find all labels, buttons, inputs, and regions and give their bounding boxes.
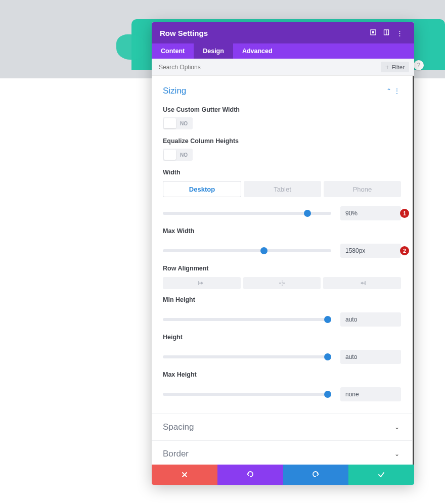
tab-design[interactable]: Design — [194, 43, 233, 59]
min-height-slider-row — [163, 312, 401, 327]
max-height-input[interactable] — [340, 387, 401, 401]
equalize-heights-label: Equalize Column Heights — [163, 138, 401, 145]
gutter-width-toggle[interactable]: NO — [163, 117, 193, 129]
tab-advanced[interactable]: Advanced — [233, 43, 282, 59]
tab-content[interactable]: Content — [152, 43, 194, 59]
section-border: Border ⌄ — [152, 441, 412, 465]
annotation-badge-2: 2 — [400, 246, 409, 255]
section-spacing: Spacing ⌄ — [152, 414, 412, 441]
max-width-slider-row: 2 — [163, 244, 401, 258]
height-input[interactable] — [340, 350, 401, 364]
chevron-up-icon: ⌃ — [385, 87, 393, 95]
max-width-input[interactable] — [340, 244, 401, 258]
check-icon — [378, 471, 385, 478]
help-icon[interactable]: ? — [414, 60, 424, 70]
max-height-slider-row — [163, 387, 401, 401]
annotation-badge-1: 1 — [400, 209, 409, 218]
plus-icon: + — [385, 64, 389, 70]
search-input[interactable] — [159, 64, 381, 71]
height-slider-row — [163, 350, 401, 364]
device-tab-tablet[interactable]: Tablet — [244, 181, 321, 197]
section-sizing: Sizing ⌃ ⋮ Use Custom Gutter Width NO Eq… — [152, 76, 412, 414]
close-icon — [182, 472, 188, 478]
align-right-button[interactable] — [323, 277, 401, 289]
width-label: Width — [163, 169, 401, 176]
min-height-slider[interactable] — [163, 318, 331, 321]
device-tab-desktop[interactable]: Desktop — [163, 181, 241, 197]
min-height-input[interactable] — [340, 312, 401, 327]
settings-scroll[interactable]: Sizing ⌃ ⋮ Use Custom Gutter Width NO Eq… — [152, 76, 414, 465]
modal-footer — [152, 465, 414, 485]
row-settings-modal: Row Settings ⋮ Content Design Advanced +… — [152, 22, 414, 485]
max-width-label: Max Width — [163, 227, 401, 235]
max-width-slider[interactable] — [163, 249, 331, 252]
chevron-down-icon: ⌄ — [393, 450, 401, 457]
align-center-icon — [279, 281, 286, 286]
filter-label: Filter — [391, 64, 405, 70]
height-slider[interactable] — [163, 355, 331, 358]
height-label: Height — [163, 334, 401, 341]
cancel-button[interactable] — [152, 465, 217, 485]
kebab-menu-icon[interactable]: ⋮ — [393, 29, 406, 37]
undo-button[interactable] — [217, 465, 283, 485]
filter-button[interactable]: + Filter — [381, 62, 409, 72]
row-alignment-buttons — [163, 277, 401, 289]
kebab-menu-icon[interactable]: ⋮ — [393, 87, 401, 95]
chevron-down-icon: ⌄ — [393, 424, 401, 431]
gutter-width-label: Use Custom Gutter Width — [163, 106, 401, 113]
redo-icon — [312, 471, 319, 478]
section-header-spacing[interactable]: Spacing ⌄ — [163, 419, 401, 435]
undo-icon — [247, 471, 254, 478]
align-center-button[interactable] — [243, 277, 321, 289]
modal-title: Row Settings — [160, 29, 367, 37]
max-height-slider[interactable] — [163, 393, 331, 396]
toggle-knob — [164, 118, 176, 128]
max-height-label: Max Height — [163, 371, 401, 378]
width-slider[interactable] — [163, 212, 331, 215]
align-right-icon — [359, 281, 366, 286]
min-height-label: Min Height — [163, 296, 401, 303]
align-left-icon — [198, 281, 205, 286]
width-slider-row: 1 — [163, 206, 401, 220]
modal-tabs: Content Design Advanced — [152, 43, 414, 59]
save-button[interactable] — [348, 465, 414, 485]
redo-button[interactable] — [283, 465, 349, 485]
section-header-sizing[interactable]: Sizing ⌃ ⋮ — [163, 83, 401, 99]
row-alignment-label: Row Alignment — [163, 265, 401, 272]
width-input[interactable] — [340, 206, 401, 220]
align-left-button[interactable] — [163, 277, 241, 289]
section-header-border[interactable]: Border ⌄ — [163, 446, 401, 462]
device-tab-phone[interactable]: Phone — [324, 181, 401, 197]
search-bar: + Filter — [152, 59, 414, 76]
svg-rect-1 — [372, 31, 374, 33]
modal-header: Row Settings ⋮ — [152, 22, 414, 43]
device-tabs: Desktop Tablet Phone — [163, 181, 401, 197]
expand-icon[interactable] — [367, 29, 380, 37]
responsive-preview-icon[interactable] — [380, 29, 393, 37]
toggle-knob — [164, 150, 176, 160]
equalize-heights-toggle[interactable]: NO — [163, 149, 193, 161]
